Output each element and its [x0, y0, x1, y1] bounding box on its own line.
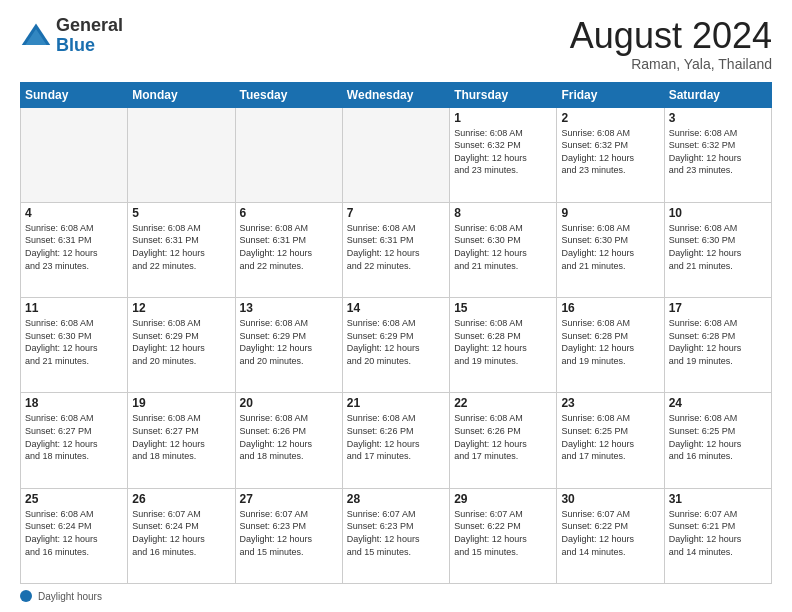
- day-number: 27: [240, 492, 338, 506]
- weekday-header-sunday: Sunday: [21, 82, 128, 107]
- title-area: August 2024 Raman, Yala, Thailand: [570, 16, 772, 72]
- day-info: Sunrise: 6:08 AM Sunset: 6:27 PM Dayligh…: [25, 412, 123, 462]
- day-number: 26: [132, 492, 230, 506]
- calendar-day: [342, 107, 449, 202]
- day-number: 11: [25, 301, 123, 315]
- calendar-day: 29Sunrise: 6:07 AM Sunset: 6:22 PM Dayli…: [450, 488, 557, 583]
- footer-label: Daylight hours: [38, 591, 102, 602]
- day-info: Sunrise: 6:07 AM Sunset: 6:24 PM Dayligh…: [132, 508, 230, 558]
- calendar-day: 15Sunrise: 6:08 AM Sunset: 6:28 PM Dayli…: [450, 298, 557, 393]
- day-number: 29: [454, 492, 552, 506]
- calendar-day: 11Sunrise: 6:08 AM Sunset: 6:30 PM Dayli…: [21, 298, 128, 393]
- calendar-day: [235, 107, 342, 202]
- day-number: 30: [561, 492, 659, 506]
- day-number: 9: [561, 206, 659, 220]
- day-number: 7: [347, 206, 445, 220]
- day-number: 23: [561, 396, 659, 410]
- day-info: Sunrise: 6:07 AM Sunset: 6:23 PM Dayligh…: [240, 508, 338, 558]
- calendar-day: 2Sunrise: 6:08 AM Sunset: 6:32 PM Daylig…: [557, 107, 664, 202]
- page-header: General Blue August 2024 Raman, Yala, Th…: [20, 16, 772, 72]
- calendar-week-2: 4Sunrise: 6:08 AM Sunset: 6:31 PM Daylig…: [21, 202, 772, 297]
- weekday-header-saturday: Saturday: [664, 82, 771, 107]
- day-info: Sunrise: 6:08 AM Sunset: 6:26 PM Dayligh…: [240, 412, 338, 462]
- calendar-day: 27Sunrise: 6:07 AM Sunset: 6:23 PM Dayli…: [235, 488, 342, 583]
- day-info: Sunrise: 6:08 AM Sunset: 6:28 PM Dayligh…: [454, 317, 552, 367]
- calendar-day: 20Sunrise: 6:08 AM Sunset: 6:26 PM Dayli…: [235, 393, 342, 488]
- logo-general: General: [56, 16, 123, 36]
- calendar-day: 22Sunrise: 6:08 AM Sunset: 6:26 PM Dayli…: [450, 393, 557, 488]
- footer: Daylight hours: [20, 590, 772, 602]
- calendar-day: 30Sunrise: 6:07 AM Sunset: 6:22 PM Dayli…: [557, 488, 664, 583]
- calendar-table: SundayMondayTuesdayWednesdayThursdayFrid…: [20, 82, 772, 584]
- calendar-day: 18Sunrise: 6:08 AM Sunset: 6:27 PM Dayli…: [21, 393, 128, 488]
- logo-blue: Blue: [56, 36, 123, 56]
- calendar-day: 1Sunrise: 6:08 AM Sunset: 6:32 PM Daylig…: [450, 107, 557, 202]
- calendar-day: 4Sunrise: 6:08 AM Sunset: 6:31 PM Daylig…: [21, 202, 128, 297]
- calendar-day: 9Sunrise: 6:08 AM Sunset: 6:30 PM Daylig…: [557, 202, 664, 297]
- day-number: 1: [454, 111, 552, 125]
- day-number: 28: [347, 492, 445, 506]
- day-number: 13: [240, 301, 338, 315]
- day-number: 8: [454, 206, 552, 220]
- day-info: Sunrise: 6:08 AM Sunset: 6:25 PM Dayligh…: [669, 412, 767, 462]
- calendar-day: 31Sunrise: 6:07 AM Sunset: 6:21 PM Dayli…: [664, 488, 771, 583]
- day-number: 22: [454, 396, 552, 410]
- calendar-day: 13Sunrise: 6:08 AM Sunset: 6:29 PM Dayli…: [235, 298, 342, 393]
- day-number: 10: [669, 206, 767, 220]
- calendar-day: 8Sunrise: 6:08 AM Sunset: 6:30 PM Daylig…: [450, 202, 557, 297]
- weekday-header-thursday: Thursday: [450, 82, 557, 107]
- day-info: Sunrise: 6:08 AM Sunset: 6:29 PM Dayligh…: [347, 317, 445, 367]
- day-number: 31: [669, 492, 767, 506]
- day-info: Sunrise: 6:08 AM Sunset: 6:31 PM Dayligh…: [25, 222, 123, 272]
- day-info: Sunrise: 6:08 AM Sunset: 6:32 PM Dayligh…: [561, 127, 659, 177]
- day-info: Sunrise: 6:08 AM Sunset: 6:29 PM Dayligh…: [132, 317, 230, 367]
- day-info: Sunrise: 6:08 AM Sunset: 6:26 PM Dayligh…: [454, 412, 552, 462]
- day-number: 12: [132, 301, 230, 315]
- day-number: 5: [132, 206, 230, 220]
- day-info: Sunrise: 6:08 AM Sunset: 6:28 PM Dayligh…: [561, 317, 659, 367]
- day-number: 21: [347, 396, 445, 410]
- day-number: 6: [240, 206, 338, 220]
- calendar-day: [21, 107, 128, 202]
- weekday-header-row: SundayMondayTuesdayWednesdayThursdayFrid…: [21, 82, 772, 107]
- calendar-day: 3Sunrise: 6:08 AM Sunset: 6:32 PM Daylig…: [664, 107, 771, 202]
- day-number: 16: [561, 301, 659, 315]
- day-info: Sunrise: 6:08 AM Sunset: 6:30 PM Dayligh…: [561, 222, 659, 272]
- day-number: 19: [132, 396, 230, 410]
- day-info: Sunrise: 6:08 AM Sunset: 6:30 PM Dayligh…: [25, 317, 123, 367]
- day-number: 18: [25, 396, 123, 410]
- calendar-day: 19Sunrise: 6:08 AM Sunset: 6:27 PM Dayli…: [128, 393, 235, 488]
- location: Raman, Yala, Thailand: [570, 56, 772, 72]
- day-number: 25: [25, 492, 123, 506]
- day-info: Sunrise: 6:08 AM Sunset: 6:31 PM Dayligh…: [347, 222, 445, 272]
- calendar-day: 14Sunrise: 6:08 AM Sunset: 6:29 PM Dayli…: [342, 298, 449, 393]
- day-number: 2: [561, 111, 659, 125]
- weekday-header-wednesday: Wednesday: [342, 82, 449, 107]
- calendar-day: 28Sunrise: 6:07 AM Sunset: 6:23 PM Dayli…: [342, 488, 449, 583]
- weekday-header-tuesday: Tuesday: [235, 82, 342, 107]
- calendar-day: 24Sunrise: 6:08 AM Sunset: 6:25 PM Dayli…: [664, 393, 771, 488]
- day-info: Sunrise: 6:08 AM Sunset: 6:25 PM Dayligh…: [561, 412, 659, 462]
- calendar-day: [128, 107, 235, 202]
- day-number: 3: [669, 111, 767, 125]
- logo: General Blue: [20, 16, 123, 56]
- calendar-day: 25Sunrise: 6:08 AM Sunset: 6:24 PM Dayli…: [21, 488, 128, 583]
- calendar-day: 17Sunrise: 6:08 AM Sunset: 6:28 PM Dayli…: [664, 298, 771, 393]
- day-info: Sunrise: 6:08 AM Sunset: 6:26 PM Dayligh…: [347, 412, 445, 462]
- day-number: 20: [240, 396, 338, 410]
- day-info: Sunrise: 6:08 AM Sunset: 6:31 PM Dayligh…: [240, 222, 338, 272]
- day-info: Sunrise: 6:08 AM Sunset: 6:29 PM Dayligh…: [240, 317, 338, 367]
- day-info: Sunrise: 6:08 AM Sunset: 6:24 PM Dayligh…: [25, 508, 123, 558]
- calendar-week-3: 11Sunrise: 6:08 AM Sunset: 6:30 PM Dayli…: [21, 298, 772, 393]
- logo-text: General Blue: [56, 16, 123, 56]
- month-title: August 2024: [570, 16, 772, 56]
- day-number: 14: [347, 301, 445, 315]
- day-number: 15: [454, 301, 552, 315]
- calendar-week-4: 18Sunrise: 6:08 AM Sunset: 6:27 PM Dayli…: [21, 393, 772, 488]
- calendar-day: 5Sunrise: 6:08 AM Sunset: 6:31 PM Daylig…: [128, 202, 235, 297]
- weekday-header-monday: Monday: [128, 82, 235, 107]
- day-number: 24: [669, 396, 767, 410]
- calendar-day: 21Sunrise: 6:08 AM Sunset: 6:26 PM Dayli…: [342, 393, 449, 488]
- day-info: Sunrise: 6:08 AM Sunset: 6:30 PM Dayligh…: [454, 222, 552, 272]
- day-info: Sunrise: 6:07 AM Sunset: 6:23 PM Dayligh…: [347, 508, 445, 558]
